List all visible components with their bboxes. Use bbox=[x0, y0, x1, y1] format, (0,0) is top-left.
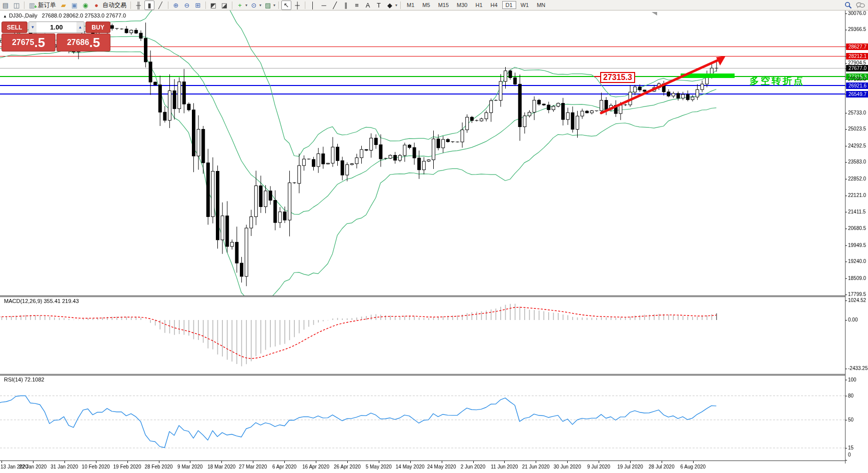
timeframe-h1[interactable]: H1 bbox=[472, 1, 486, 9]
date-label: 9 Mar 2020 bbox=[177, 464, 203, 470]
rsi-tick-0: 0 bbox=[848, 452, 851, 458]
macd-tick-0: 0.00 bbox=[848, 317, 858, 323]
tile-windows-icon[interactable]: ⊞ bbox=[193, 0, 203, 10]
toolbar-separator bbox=[130, 2, 131, 9]
buy-price-button[interactable]: 27686 .5 bbox=[56, 34, 110, 52]
date-label: 19 Jul 2020 bbox=[617, 464, 643, 470]
date-label: 14 May 2020 bbox=[396, 464, 425, 470]
timeframe-mn[interactable]: MN bbox=[533, 1, 549, 9]
date-label: 21 Jun 2020 bbox=[522, 464, 550, 470]
bar-chart-icon[interactable]: ╫ bbox=[133, 0, 143, 10]
toolbar-separator bbox=[232, 2, 232, 9]
collapse-icon[interactable]: ▲ bbox=[3, 14, 7, 18]
chat-window-icon[interactable]: ▣ bbox=[69, 0, 79, 10]
price-tag-26921.6: 26921.6 bbox=[846, 82, 868, 89]
price-tick-17799.5: 17799.5 bbox=[848, 292, 866, 298]
timeframe-m15[interactable]: M15 bbox=[435, 1, 452, 9]
price-callout-tick bbox=[594, 76, 600, 77]
signal-icon[interactable]: ◉ bbox=[80, 0, 90, 10]
date-label: 26 Apr 2020 bbox=[334, 464, 361, 470]
price-axis-line bbox=[845, 10, 846, 464]
line-chart-icon[interactable]: ╱ bbox=[155, 0, 165, 10]
one-click-trade-panel: SELL ▼ 1.00 ▲ BUY 27675 .5 27686 .5 bbox=[1, 22, 110, 52]
template-icon-dropdown[interactable]: ▾ bbox=[273, 3, 275, 8]
sell-price-button[interactable]: 27675 .5 bbox=[1, 34, 55, 52]
template-icon[interactable]: ▨ bbox=[263, 0, 273, 10]
price-tick-23583.0: 23583.0 bbox=[848, 159, 866, 165]
price-tick-24292.5: 24292.5 bbox=[848, 143, 866, 149]
fibonacci-icon[interactable]: ≡ bbox=[352, 0, 362, 10]
new-order-label[interactable]: 新订单 bbox=[38, 1, 56, 10]
sell-price: 27675 bbox=[12, 38, 34, 47]
rsi-tick-15: 15 bbox=[848, 445, 854, 451]
timeframe-h4[interactable]: H4 bbox=[487, 1, 501, 9]
volume-increase-button[interactable]: ▲ bbox=[76, 22, 84, 32]
zoom-out-icon[interactable]: ⊖ bbox=[182, 0, 192, 10]
trend-note-text[interactable]: 多空转折点 bbox=[750, 74, 805, 88]
new-order-icon[interactable]: ▥+ bbox=[27, 0, 37, 10]
price-tick-22121.0: 22121.0 bbox=[848, 192, 866, 198]
crosshair-icon[interactable]: ┼ bbox=[292, 0, 302, 10]
date-label: 9 Jul 2020 bbox=[587, 464, 610, 470]
arrows-icon[interactable]: ◆ bbox=[385, 0, 395, 10]
buy-price: 27686 bbox=[67, 38, 89, 47]
volume-value[interactable]: 1.00 bbox=[36, 22, 76, 32]
indicator-window-icon[interactable]: ◩ bbox=[208, 0, 218, 10]
add-indicator-icon-dropdown[interactable]: ▾ bbox=[245, 3, 247, 8]
equidistant-channel-icon[interactable]: ∥ bbox=[341, 0, 351, 10]
add-indicator-icon[interactable]: + bbox=[235, 0, 245, 10]
price-tag-28212.1: 28212.1 bbox=[846, 53, 868, 60]
toolbar-separator bbox=[400, 2, 401, 9]
macd-separator[interactable] bbox=[0, 296, 845, 296]
zoom-in-icon[interactable]: ⊕ bbox=[171, 0, 181, 10]
candlestick-icon[interactable]: ▮ bbox=[144, 0, 154, 10]
price-tick-22852.0: 22852.0 bbox=[848, 176, 866, 182]
date-label: 16 Apr 2020 bbox=[302, 464, 329, 470]
date-label: 6 Apr 2020 bbox=[272, 464, 296, 470]
trendline-icon[interactable]: ╱ bbox=[330, 0, 340, 10]
sell-button[interactable]: SELL bbox=[1, 22, 27, 33]
macd-separator-inner bbox=[0, 296, 845, 297]
rsi-separator[interactable] bbox=[0, 374, 845, 374]
price-callout-box[interactable]: 27315.3 bbox=[600, 72, 635, 83]
new-order-icon-badge: + bbox=[34, 2, 37, 11]
volume-decrease-button[interactable]: ▼ bbox=[29, 22, 36, 32]
autotrade-icon[interactable]: ● bbox=[91, 0, 101, 10]
text-icon[interactable]: A bbox=[363, 0, 373, 10]
timeframe-m5[interactable]: M5 bbox=[419, 1, 433, 9]
price-tick-27904.5: 27904.5 bbox=[848, 60, 866, 66]
macd-tick-1024.52: 1024.52 bbox=[848, 298, 866, 304]
price-tick-19949.5: 19949.5 bbox=[848, 242, 866, 248]
eraser-icon[interactable]: ▰ bbox=[58, 0, 68, 10]
date-label: 30 Jun 2020 bbox=[554, 464, 581, 470]
timeframe-m1[interactable]: M1 bbox=[403, 1, 418, 9]
timeframe-m30[interactable]: M30 bbox=[453, 1, 471, 9]
toolbar: ▤◫▥+新订单▰▣◉●自动交易╫▮╱⊕⊖⊞◩◪+▾⊙▾▨▾↖┼│─╱∥≡AT◆▾… bbox=[0, 0, 868, 10]
timeframe-w1[interactable]: W1 bbox=[517, 1, 533, 9]
text-label-icon[interactable]: T bbox=[374, 0, 384, 10]
market-watch-icon[interactable]: ▤ bbox=[0, 0, 10, 10]
chart-canvas[interactable] bbox=[0, 0, 868, 473]
toolbar-separator bbox=[205, 2, 206, 9]
arrows-icon-dropdown[interactable]: ▾ bbox=[395, 3, 397, 8]
date-label: 10 Feb 2020 bbox=[82, 464, 110, 470]
price-tick-30076.0: 30076.0 bbox=[848, 10, 866, 16]
chat-bubbles-icon[interactable] bbox=[856, 2, 865, 9]
buy-button[interactable]: BUY bbox=[85, 22, 110, 33]
date-label: 24 May 2020 bbox=[427, 464, 456, 470]
autotrade-label[interactable]: 自动交易 bbox=[102, 1, 126, 10]
vertical-line-icon[interactable]: │ bbox=[308, 0, 318, 10]
search-icon[interactable] bbox=[845, 2, 852, 9]
volume-stepper[interactable]: ▼ 1.00 ▲ bbox=[28, 22, 84, 33]
timeframe-d1[interactable]: D1 bbox=[502, 1, 516, 9]
indicator-window-alt-icon[interactable]: ◪ bbox=[219, 0, 229, 10]
periods-icon[interactable]: ⊙ bbox=[249, 0, 259, 10]
data-window-icon[interactable]: ◫ bbox=[11, 0, 21, 10]
date-label: 31 Jan 2020 bbox=[50, 464, 78, 470]
horizontal-line-icon[interactable]: ─ bbox=[319, 0, 329, 10]
price-tick-25733.0: 25733.0 bbox=[848, 110, 866, 116]
ohlc-values: 27688.0 28062.0 27533.0 27677.0 bbox=[42, 12, 126, 18]
periods-icon-dropdown[interactable]: ▾ bbox=[259, 3, 261, 8]
cursor-icon[interactable]: ↖ bbox=[281, 0, 291, 10]
price-tick-29366.5: 29366.5 bbox=[848, 26, 866, 32]
